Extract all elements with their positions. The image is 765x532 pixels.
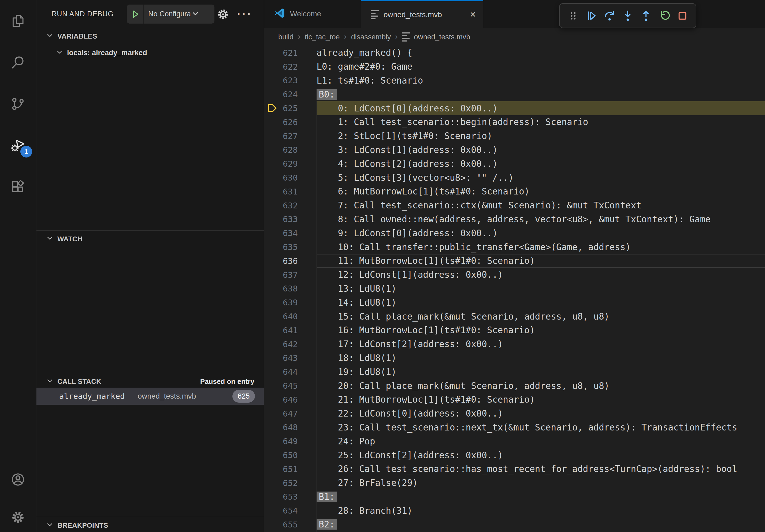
line-number-gutter[interactable]: 650 [264, 448, 317, 462]
settings-gear-icon[interactable] [0, 505, 36, 529]
step-over-button[interactable] [602, 9, 616, 23]
code-line-text[interactable]: L1: ts#1#0: Scenario [317, 74, 765, 88]
code-line[interactable]: 636 11: MutBorrowLoc[1](ts#1#0: Scenario… [264, 254, 765, 268]
account-icon[interactable] [0, 467, 36, 492]
line-number-gutter[interactable]: 639 [264, 296, 317, 309]
code-line-text[interactable]: 7: Call test_scenario::ctx(&mut Scenario… [317, 198, 765, 212]
code-line[interactable]: 629 4: LdConst[2](address: 0x00..) [264, 157, 765, 171]
code-line[interactable]: 625 0: LdConst[0](address: 0x00..) [264, 101, 765, 115]
tab-owned-tests[interactable]: owned_tests.mvb ✕ [361, 0, 483, 28]
variables-scope-locals[interactable]: locals: already_marked [36, 45, 264, 61]
code-line-text[interactable]: 18: LdU8(1) [317, 351, 765, 365]
code-line[interactable]: 648 23: Call test_scenario::next_tx(&mut… [264, 420, 765, 434]
code-line[interactable]: 635 10: Call transfer::public_transfer<G… [264, 240, 765, 254]
line-number-gutter[interactable]: 626 [264, 115, 317, 129]
line-number-gutter[interactable]: 649 [264, 434, 317, 448]
code-line[interactable]: 634 9: LdConst[0](address: 0x00..) [264, 226, 765, 240]
source-control-icon[interactable] [0, 83, 36, 125]
code-line[interactable]: 641 16: MutBorrowLoc[1](ts#1#0: Scenario… [264, 323, 765, 337]
code-line-text[interactable]: 9: LdConst[0](address: 0x00..) [317, 226, 765, 240]
code-line[interactable]: 630 5: LdConst[3](vector<u8>: "" /..) [264, 171, 765, 184]
line-number-gutter[interactable]: 644 [264, 365, 317, 379]
start-debug-icon[interactable] [127, 5, 144, 24]
line-number-gutter[interactable]: 621 [264, 46, 317, 60]
code-line[interactable]: 643 18: LdU8(1) [264, 351, 765, 365]
code-line-text[interactable]: 5: LdConst[3](vector<u8>: "" /..) [317, 171, 765, 184]
code-line[interactable]: 633 8: Call owned::new(address, address,… [264, 212, 765, 226]
code-line-text[interactable]: 19: LdU8(1) [317, 365, 765, 379]
code-line-text[interactable]: 4: LdConst[2](address: 0x00..) [317, 157, 765, 171]
code-line-text[interactable]: 12: LdConst[1](address: 0x00..) [317, 268, 765, 282]
code-line-text[interactable]: B0: [317, 87, 765, 101]
line-number-gutter[interactable]: 630 [264, 171, 317, 184]
line-number-gutter[interactable]: 654 [264, 504, 317, 518]
run-and-debug-icon[interactable]: 1 [0, 125, 36, 166]
line-number-gutter[interactable]: 648 [264, 420, 317, 434]
code-line[interactable]: 638 13: LdU8(1) [264, 282, 765, 296]
code-line[interactable]: 647 22: LdConst[0](address: 0x00..) [264, 406, 765, 420]
toolbar-drag-grip[interactable] [566, 9, 580, 23]
code-line-text[interactable]: B1: [317, 490, 765, 504]
code-line-text[interactable]: 1: Call test_scenario::begin(address): S… [317, 115, 765, 129]
line-number-gutter[interactable]: 651 [264, 462, 317, 476]
line-number-gutter[interactable]: 634 [264, 226, 317, 240]
step-into-button[interactable] [621, 9, 635, 23]
code-line-text[interactable]: 27: BrFalse(29) [317, 476, 765, 490]
more-actions-icon[interactable]: ··· [235, 0, 254, 28]
code-line-text[interactable]: 24: Pop [317, 434, 765, 448]
close-icon[interactable]: ✕ [470, 10, 476, 19]
line-number-gutter[interactable]: 637 [264, 268, 317, 282]
extensions-icon[interactable] [0, 166, 36, 208]
breadcrumb-item[interactable]: disassembly [351, 33, 391, 41]
code-line-text[interactable]: 16: MutBorrowLoc[1](ts#1#0: Scenario) [317, 323, 765, 337]
continue-button[interactable] [584, 9, 598, 23]
code-line[interactable]: 622 L0: game#2#0: Game [264, 60, 765, 74]
code-line-text[interactable]: 8: Call owned::new(address, address, vec… [317, 212, 765, 226]
line-number-gutter[interactable]: 636 [264, 254, 317, 268]
code-line-text[interactable]: 17: LdConst[2](address: 0x00..) [317, 337, 765, 351]
code-line-text[interactable]: 10: Call transfer::public_transfer<Game>… [317, 240, 765, 254]
line-number-gutter[interactable]: 635 [264, 240, 317, 254]
code-line-text[interactable]: 15: Call place_mark(&mut Scenario, addre… [317, 309, 765, 323]
code-line[interactable]: 650 25: LdConst[2](address: 0x00..) [264, 448, 765, 462]
code-viewport[interactable]: 621 already_marked() { 622 L0: game#2#0:… [264, 46, 765, 532]
debug-settings-gear-icon[interactable] [215, 0, 231, 28]
code-line[interactable]: 621 already_marked() { [264, 46, 765, 60]
line-number-gutter[interactable]: 623 [264, 74, 317, 88]
code-line-text[interactable]: 23: Call test_scenario::next_tx(&mut Sce… [317, 420, 765, 434]
code-line-text[interactable]: B2: [317, 518, 765, 531]
launch-configuration-dropdown[interactable]: No Configura [127, 5, 215, 24]
explorer-icon[interactable] [0, 0, 36, 42]
line-number-gutter[interactable]: 652 [264, 476, 317, 490]
code-line[interactable]: 628 3: LdConst[1](address: 0x00..) [264, 143, 765, 157]
code-line[interactable]: 646 21: MutBorrowLoc[1](ts#1#0: Scenario… [264, 393, 765, 406]
step-out-button[interactable] [639, 9, 653, 23]
line-number-gutter[interactable]: 655 [264, 518, 317, 531]
code-line[interactable]: 652 27: BrFalse(29) [264, 476, 765, 490]
code-line[interactable]: 653 B1: [264, 490, 765, 504]
call-stack-frame-row[interactable]: already_marked owned_tests.mvb 625 [36, 388, 264, 405]
code-line-text[interactable]: 3: LdConst[1](address: 0x00..) [317, 143, 765, 157]
code-line[interactable]: 644 19: LdU8(1) [264, 365, 765, 379]
code-line-text[interactable]: 13: LdU8(1) [317, 282, 765, 296]
code-line-text[interactable]: 20: Call place_mark(&mut Scenario, addre… [317, 379, 765, 393]
code-line[interactable]: 645 20: Call place_mark(&mut Scenario, a… [264, 379, 765, 393]
line-number-gutter[interactable]: 643 [264, 351, 317, 365]
line-number-gutter[interactable]: 632 [264, 198, 317, 212]
code-line[interactable]: 642 17: LdConst[2](address: 0x00..) [264, 337, 765, 351]
call-stack-header[interactable]: CALL STACK Paused on entry [36, 373, 264, 390]
search-icon[interactable] [0, 42, 36, 83]
tab-welcome[interactable]: Welcome [264, 0, 361, 28]
code-line[interactable]: 655 B2: [264, 518, 765, 531]
code-line[interactable]: 631 6: MutBorrowLoc[1](ts#1#0: Scenario) [264, 184, 765, 198]
variables-header[interactable]: VARIABLES [36, 28, 264, 45]
stop-button[interactable] [675, 9, 689, 23]
code-line[interactable]: 639 14: LdU8(1) [264, 296, 765, 309]
code-line-text[interactable]: 22: LdConst[0](address: 0x00..) [317, 406, 765, 420]
line-number-gutter[interactable]: 646 [264, 393, 317, 406]
line-number-gutter[interactable]: 622 [264, 60, 317, 74]
breadcrumb-item[interactable]: build [278, 33, 294, 41]
code-line-text[interactable]: 11: MutBorrowLoc[1](ts#1#0: Scenario) [317, 254, 765, 268]
code-line-text[interactable]: 0: LdConst[0](address: 0x00..) [317, 101, 765, 115]
watch-header[interactable]: WATCH [36, 231, 264, 247]
